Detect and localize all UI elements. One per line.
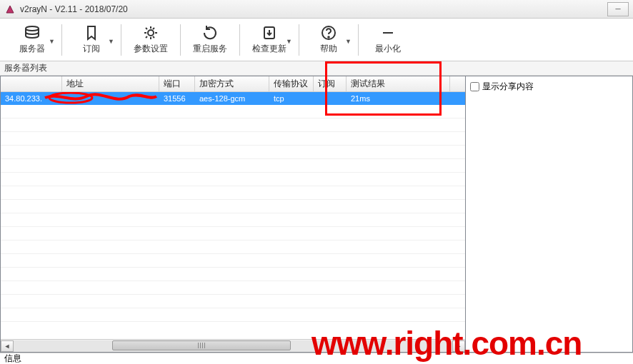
svg-point-4 xyxy=(328,36,329,38)
scroll-left-button[interactable]: ◄ xyxy=(1,340,14,352)
help-label: 帮助 xyxy=(320,43,337,55)
subscribe-button[interactable]: 订阅 ▼ xyxy=(65,20,118,60)
table-row-empty xyxy=(1,254,465,268)
toolbar-separator xyxy=(239,24,240,56)
cell-encryption: aes-128-gcm xyxy=(195,92,269,105)
minimize-button[interactable]: 最小化 xyxy=(362,20,414,60)
servers-button[interactable]: 服务器 ▼ xyxy=(6,20,59,60)
table-row-empty xyxy=(1,186,465,200)
table-row-empty xyxy=(1,213,465,227)
cell-protocol: tcp xyxy=(269,92,314,105)
toolbar-separator xyxy=(358,24,359,56)
table-row-empty xyxy=(1,227,465,241)
column-test-result[interactable]: 测试结果 xyxy=(347,76,450,91)
restart-button[interactable]: 重启服务 xyxy=(184,20,236,60)
table-row-empty xyxy=(1,118,465,132)
settings-label: 参数设置 xyxy=(134,43,168,55)
help-icon xyxy=(319,24,339,41)
restart-label: 重启服务 xyxy=(193,43,227,55)
chevron-down-icon: ▼ xyxy=(345,38,352,45)
server-table: 地址 端口 加密方式 传输协议 订阅 测试结果 34.80.233. 31556… xyxy=(0,76,466,353)
app-icon xyxy=(4,4,16,15)
restart-icon xyxy=(200,24,220,41)
servers-icon xyxy=(22,24,42,41)
table-row-empty xyxy=(1,146,465,159)
download-icon xyxy=(259,24,279,41)
scroll-thumb[interactable] xyxy=(112,340,291,350)
table-row-empty xyxy=(1,132,465,146)
table-row-empty xyxy=(1,105,465,118)
side-panel: 显示分享内容 xyxy=(466,76,633,353)
info-label: 信息 xyxy=(4,353,21,364)
toolbar-separator xyxy=(61,24,62,56)
toolbar-separator xyxy=(180,24,181,56)
column-blank[interactable] xyxy=(1,76,62,91)
table-row-empty xyxy=(1,173,465,186)
watermark-text: www.right.com.cn xyxy=(311,324,582,363)
minimize-icon xyxy=(378,24,398,41)
chevron-down-icon: ▼ xyxy=(286,38,292,45)
toolbar-separator xyxy=(121,24,121,56)
subscribe-label: 订阅 xyxy=(83,43,100,55)
table-row-empty xyxy=(1,241,465,254)
help-button[interactable]: 帮助 ▼ xyxy=(302,20,355,60)
cell-address xyxy=(62,92,159,105)
column-port[interactable]: 端口 xyxy=(159,76,195,91)
main-toolbar: 服务器 ▼ 订阅 ▼ 参数设置 重启服务 检查更新 ▼ 帮助 ▼ 最小化 xyxy=(0,19,633,61)
bookmark-icon xyxy=(81,24,101,41)
window-title: v2rayN - V2.11 - 2018/07/20 xyxy=(20,4,128,14)
show-share-label: 显示分享内容 xyxy=(482,81,534,93)
table-row-empty xyxy=(1,200,465,213)
column-subscribe[interactable]: 订阅 xyxy=(314,76,347,91)
cell-subscribe xyxy=(314,92,347,105)
table-row-empty xyxy=(1,268,465,281)
toolbar-separator xyxy=(299,24,299,56)
gear-icon xyxy=(141,24,161,41)
show-share-checkbox-input[interactable] xyxy=(470,82,479,91)
servers-label: 服务器 xyxy=(19,43,45,55)
check-update-button[interactable]: 检查更新 ▼ xyxy=(243,20,296,60)
table-row-empty xyxy=(1,295,465,308)
table-row-empty xyxy=(1,281,465,295)
column-address[interactable]: 地址 xyxy=(62,76,159,91)
table-row[interactable]: 34.80.233. 31556 aes-128-gcm tcp 21ms xyxy=(1,92,465,105)
show-share-checkbox[interactable]: 显示分享内容 xyxy=(470,81,628,93)
cell-test-result: 21ms xyxy=(347,92,450,105)
chevron-down-icon: ▼ xyxy=(108,38,114,45)
cell-port: 31556 xyxy=(159,92,195,105)
check-update-label: 检查更新 xyxy=(252,43,286,55)
table-header: 地址 端口 加密方式 传输协议 订阅 测试结果 xyxy=(1,76,465,92)
column-protocol[interactable]: 传输协议 xyxy=(269,76,314,91)
svg-point-1 xyxy=(148,30,154,36)
svg-point-0 xyxy=(26,26,39,31)
table-row-empty xyxy=(1,308,465,322)
table-body: 34.80.233. 31556 aes-128-gcm tcp 21ms xyxy=(1,92,465,339)
cell-ip-prefix: 34.80.233. xyxy=(1,92,62,105)
minimize-label: 最小化 xyxy=(375,43,401,55)
server-list-label: 服务器列表 xyxy=(0,61,633,76)
column-encryption[interactable]: 加密方式 xyxy=(195,76,269,91)
table-row-empty xyxy=(1,159,465,173)
chevron-down-icon: ▼ xyxy=(49,38,55,45)
settings-button[interactable]: 参数设置 xyxy=(124,20,177,60)
window-minimize-button[interactable]: ─ xyxy=(607,2,629,16)
window-titlebar: v2rayN - V2.11 - 2018/07/20 ─ xyxy=(0,0,633,19)
